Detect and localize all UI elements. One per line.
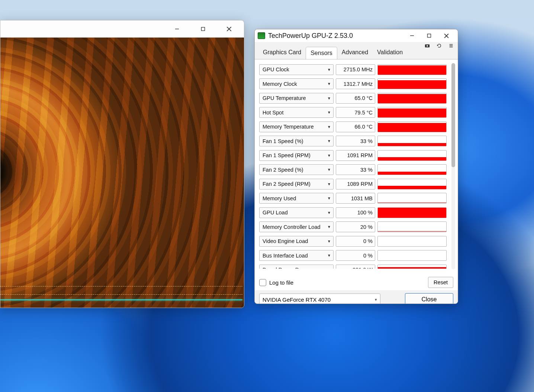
sensor-rows: GPU Clock▼2715.0 MHzMemory Clock▼1312.7 … [259,62,447,269]
close-dialog-button[interactable]: Close [405,293,453,304]
sensor-label-text: Fan 1 Speed (RPM) [263,152,311,158]
tab-validation[interactable]: Validation [373,46,407,59]
sensor-label-text: Fan 1 Speed (%) [263,138,303,144]
sensor-row: Video Engine Load▼0 % [259,234,447,249]
sensor-value: 0 % [336,250,375,261]
gpuz-title: TechPowerUp GPU-Z 2.53.0 [268,32,353,40]
sensor-label-dropdown[interactable]: Memory Used▼ [259,193,334,204]
reset-button[interactable]: Reset [428,277,453,288]
sensor-label-dropdown[interactable]: Hot Spot▼ [259,107,334,118]
sensor-graph [377,207,447,218]
sensor-label-text: Bus Interface Load [263,253,308,259]
fps-graph-line [0,299,242,300]
scrollbar[interactable] [451,63,455,269]
sensor-graph [377,64,447,75]
sensor-value: 1091 RPM [336,150,375,161]
sensor-graph [377,236,447,247]
sensor-value: 1089 RPM [336,179,375,189]
sensor-value: 20 % [336,221,375,232]
sensor-label-dropdown[interactable]: Fan 1 Speed (RPM)▼ [259,150,334,161]
footer-row: NVIDIA GeForce RTX 4070 ▾ Close [255,290,458,304]
sensor-label-dropdown[interactable]: Fan 2 Speed (RPM)▼ [259,179,334,189]
chevron-down-icon: ▼ [327,253,331,257]
refresh-icon[interactable] [436,43,442,49]
gpu-select[interactable]: NVIDIA GeForce RTX 4070 ▾ [259,294,380,304]
chevron-down-icon: ▼ [327,110,331,114]
sensor-label-dropdown[interactable]: Fan 1 Speed (%)▼ [259,136,334,146]
sensor-label-dropdown[interactable]: Board Power Draw▼ [259,265,334,269]
sensor-label-text: Fan 2 Speed (%) [263,167,303,173]
sensor-graph [377,122,447,132]
sensor-row: Memory Controller Load▼20 % [259,220,447,234]
sensor-graph [377,179,447,189]
chevron-down-icon: ▼ [327,82,331,86]
sensor-label-dropdown[interactable]: Video Engine Load▼ [259,236,334,247]
chevron-down-icon: ▼ [327,182,331,186]
chevron-down-icon: ▼ [327,139,331,143]
sensor-label-dropdown[interactable]: Memory Controller Load▼ [259,221,334,232]
sensor-value: 66.0 °C [336,122,375,132]
camera-icon[interactable] [424,43,430,49]
sensor-label-dropdown[interactable]: GPU Clock▼ [259,64,334,75]
maximize-button[interactable] [196,23,210,35]
sensor-graph [377,164,447,175]
sensor-label-dropdown[interactable]: GPU Temperature▼ [259,93,334,104]
sensor-value: 100 % [336,207,375,218]
menu-icon[interactable] [448,43,454,49]
chevron-down-icon: ▼ [327,153,331,158]
sensor-row: Bus Interface Load▼0 % [259,249,447,263]
sensor-graph [377,250,447,261]
sensor-label-dropdown[interactable]: Memory Temperature▼ [259,122,334,132]
maximize-button[interactable] [421,30,438,41]
chevron-down-icon: ▼ [327,68,331,72]
log-to-file-checkbox[interactable] [259,279,266,286]
tab-advanced[interactable]: Advanced [337,46,373,59]
sensor-row: Memory Clock▼1312.7 MHz [259,77,447,91]
sensor-row: Fan 1 Speed (%)▼33 % [259,134,447,149]
sensor-graph [377,136,447,146]
close-button[interactable] [438,30,455,41]
sensor-value: 0 % [336,236,375,247]
tab-sensors[interactable]: Sensors [306,47,337,59]
sensor-label-dropdown[interactable]: Fan 2 Speed (%)▼ [259,164,334,175]
chevron-down-icon: ▼ [327,239,331,243]
minimize-button[interactable] [403,30,421,41]
sensor-graph [377,78,447,89]
sensor-row: GPU Clock▼2715.0 MHz [259,62,447,77]
sensor-row: GPU Temperature▼65.0 °C [259,91,447,106]
gpuz-tabs: Graphics CardSensorsAdvancedValidation [255,42,458,59]
sensor-value: 1031 MB [336,193,375,204]
sensor-row: Fan 2 Speed (RPM)▼1089 RPM [259,177,447,191]
sensor-graph [377,107,447,118]
sensor-label-text: Memory Temperature [263,124,314,130]
sensor-label-dropdown[interactable]: Bus Interface Load▼ [259,250,334,261]
close-button[interactable] [222,23,237,35]
sensor-label-text: Board Power Draw [263,267,308,269]
chevron-down-icon: ▼ [327,196,331,200]
sensor-label-text: Video Engine Load [263,238,308,244]
benchmark-window [0,20,244,308]
sensor-value: 65.0 °C [336,93,375,104]
sensor-value: 79.5 °C [336,107,375,118]
sensor-value: 33 % [336,136,375,146]
sensor-label-dropdown[interactable]: GPU Load▼ [259,207,334,218]
log-to-file-label: Log to file [269,279,293,286]
sensor-label-dropdown[interactable]: Memory Clock▼ [259,78,334,89]
sensor-value: 201.0 W [336,265,375,269]
gpuz-titlebar[interactable]: TechPowerUp GPU-Z 2.53.0 [255,29,458,42]
minimize-button[interactable] [170,23,184,35]
gpu-select-value: NVIDIA GeForce RTX 4070 [263,297,331,303]
chevron-down-icon: ▼ [327,125,331,129]
log-row: Log to file Reset [255,275,458,290]
sensor-row: Fan 1 Speed (RPM)▼1091 RPM [259,148,447,163]
gpuz-window: TechPowerUp GPU-Z 2.53.0 Graphics CardSe… [254,29,458,304]
scrollbar-thumb[interactable] [451,63,455,167]
chevron-down-icon: ▼ [327,268,331,269]
tab-graphics-card[interactable]: Graphics Card [258,46,306,59]
chevron-down-icon: ▼ [327,225,331,229]
sensor-label-text: Memory Clock [263,81,297,87]
sensor-graph [377,150,447,161]
sensor-label-text: Memory Used [263,195,296,201]
svg-point-3 [427,45,428,46]
chevron-down-icon: ▼ [327,211,331,215]
